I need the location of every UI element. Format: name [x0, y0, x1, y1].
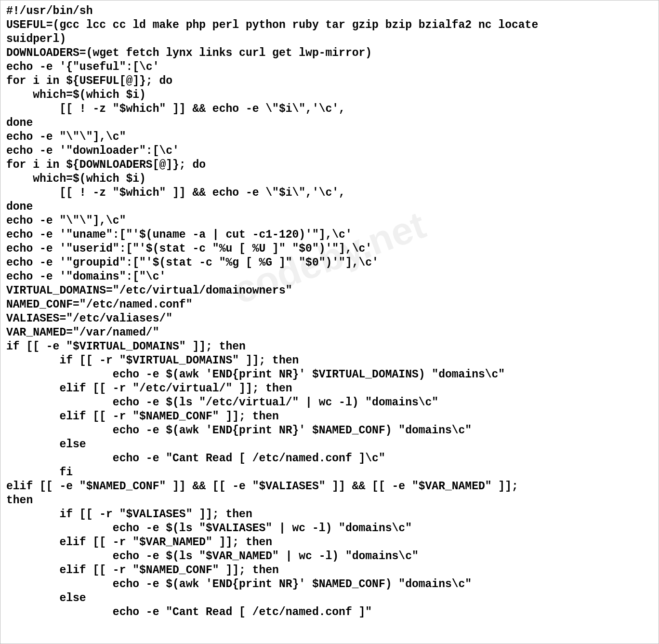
code-viewer-panel: codeby.net #!/usr/bin/sh USEFUL=(gcc lcc… — [0, 0, 659, 644]
shell-script-content: #!/usr/bin/sh USEFUL=(gcc lcc cc ld make… — [6, 4, 653, 619]
